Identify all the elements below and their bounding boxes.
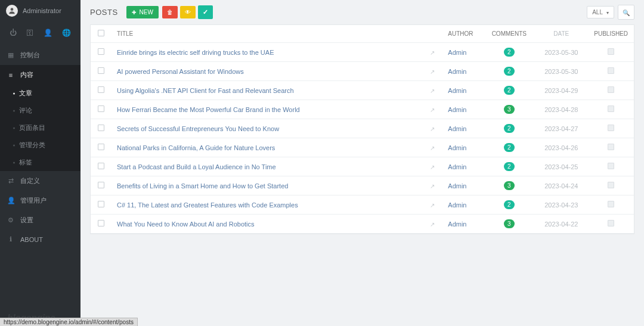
col-date-header[interactable]: DATE <box>534 25 588 43</box>
row-checkbox[interactable] <box>98 163 104 169</box>
author-link[interactable]: Admin <box>448 221 466 228</box>
key-icon[interactable]: ⚿ <box>26 29 33 37</box>
sidebar-item-label: 内容 <box>20 70 33 79</box>
comments-badge[interactable]: 2 <box>504 200 515 209</box>
post-title-link[interactable]: National Parks in California, A Guide fo… <box>117 144 275 151</box>
published-checkbox <box>608 105 614 112</box>
filter-dropdown[interactable]: ALL <box>587 6 614 18</box>
power-icon[interactable]: ⏻ <box>10 29 17 37</box>
post-title-link[interactable]: Start a Podcast and Build a Loyal Audien… <box>117 163 276 170</box>
external-link-icon[interactable] <box>430 182 435 190</box>
row-checkbox[interactable] <box>98 105 104 112</box>
row-checkbox[interactable] <box>98 67 104 74</box>
post-date: 2023-04-23 <box>534 195 588 215</box>
filter-group: ALL <box>587 5 634 20</box>
sidebar-subitem[interactable]: 评论 <box>0 102 80 119</box>
author-link[interactable]: Admin <box>448 125 466 132</box>
sidebar-subitem[interactable]: 标签 <box>0 154 80 171</box>
sidebar-subitem[interactable]: 文章 <box>0 85 80 102</box>
post-title-link[interactable]: Secrets of Successful Entrepreneurs You … <box>117 125 279 132</box>
row-checkbox[interactable] <box>98 125 104 131</box>
sidebar-item[interactable]: ≡内容 <box>0 65 80 85</box>
author-link[interactable]: Admin <box>448 106 466 113</box>
svg-point-0 <box>11 8 14 11</box>
published-checkbox <box>608 125 614 131</box>
row-checkbox[interactable] <box>98 144 104 150</box>
published-checkbox <box>608 48 614 55</box>
published-checkbox <box>608 144 614 150</box>
sidebar-submenu: 文章评论页面条目管理分类标签 <box>0 85 80 171</box>
page-title: POSTS <box>90 8 118 17</box>
external-link-icon[interactable] <box>430 221 435 228</box>
sidebar-subitem[interactable]: 页面条目 <box>0 119 80 136</box>
external-link-icon[interactable] <box>430 144 435 151</box>
chevron-down-icon <box>606 9 609 15</box>
avatar <box>6 5 18 17</box>
sidebar: Administrator ⏻ ⚿ 👤 🌐 ▦控制台≡内容文章评论页面条目管理分… <box>0 0 80 326</box>
post-date: 2023-05-30 <box>534 62 588 81</box>
delete-button[interactable] <box>162 6 178 18</box>
table-row: Secrets of Successful Entrepreneurs You … <box>91 119 634 138</box>
col-published-header[interactable]: PUBLISHED <box>588 25 634 43</box>
post-date: 2023-04-25 <box>534 157 588 176</box>
post-title-link[interactable]: What You Need to Know About AI and Robot… <box>117 221 255 228</box>
external-link-icon[interactable] <box>430 201 435 209</box>
author-link[interactable]: Admin <box>448 201 466 209</box>
external-link-icon[interactable] <box>430 49 435 56</box>
author-link[interactable]: Admin <box>448 49 466 56</box>
table-row: How Ferrari Became the Most Powerful Car… <box>91 100 634 119</box>
row-checkbox[interactable] <box>98 86 104 93</box>
comments-badge[interactable]: 2 <box>504 162 515 171</box>
user-icon[interactable]: 👤 <box>44 29 52 37</box>
row-checkbox[interactable] <box>98 182 104 188</box>
eye-icon <box>185 9 191 15</box>
approve-button[interactable] <box>198 5 213 19</box>
post-title-link[interactable]: How Ferrari Became the Most Powerful Car… <box>117 106 300 113</box>
sidebar-item[interactable]: ⇄自定义 <box>0 171 80 191</box>
comments-badge[interactable]: 2 <box>504 48 515 57</box>
sidebar-item[interactable]: ℹABOUT <box>0 230 80 249</box>
select-all-checkbox[interactable] <box>98 30 104 36</box>
external-link-icon[interactable] <box>430 87 435 94</box>
comments-badge[interactable]: 3 <box>504 105 515 114</box>
search-button[interactable] <box>618 5 634 20</box>
comments-badge[interactable]: 2 <box>504 67 515 76</box>
row-checkbox[interactable] <box>98 220 104 226</box>
posts-table: TITLE AUTHOR COMMENTS DATE PUBLISHED Ein… <box>91 25 634 234</box>
comments-badge[interactable]: 3 <box>504 181 515 190</box>
comments-badge[interactable]: 3 <box>504 219 515 228</box>
author-link[interactable]: Admin <box>448 68 466 75</box>
comments-badge[interactable]: 2 <box>504 124 515 133</box>
external-link-icon[interactable] <box>430 106 435 113</box>
sidebar-subitem[interactable]: 管理分类 <box>0 136 80 154</box>
external-link-icon[interactable] <box>430 163 435 170</box>
sidebar-item[interactable]: ▦控制台 <box>0 45 80 65</box>
published-checkbox <box>608 163 614 169</box>
row-checkbox[interactable] <box>98 201 104 207</box>
sidebar-user[interactable]: Administrator <box>0 0 80 21</box>
globe-icon[interactable]: 🌐 <box>62 29 71 37</box>
post-title-link[interactable]: Using Algolia's .NET API Client for Fast… <box>117 87 294 94</box>
users-icon: 👤 <box>7 197 14 204</box>
new-button[interactable]: NEW <box>126 6 159 18</box>
external-link-icon[interactable] <box>430 68 435 75</box>
col-author-header[interactable]: AUTHOR <box>442 25 484 43</box>
author-link[interactable]: Admin <box>448 144 466 151</box>
col-comments-header[interactable]: COMMENTS <box>484 25 534 43</box>
author-link[interactable]: Admin <box>448 182 466 190</box>
sidebar-item[interactable]: ⚙设置 <box>0 210 80 230</box>
col-title-header[interactable]: TITLE <box>111 25 442 43</box>
author-link[interactable]: Admin <box>448 163 466 170</box>
comments-badge[interactable]: 2 <box>504 86 515 95</box>
comments-badge[interactable]: 2 <box>504 143 515 152</box>
post-title-link[interactable]: Einride brings its electric self driving… <box>117 49 274 56</box>
sidebar-item[interactable]: 👤管理用户 <box>0 191 80 210</box>
post-title-link[interactable]: AI powered Personal Assistant for Window… <box>117 68 244 75</box>
post-title-link[interactable]: C# 11, The Latest and Greatest Features … <box>117 201 298 209</box>
post-title-link[interactable]: Benefits of Living in a Smart Home and H… <box>117 182 288 190</box>
table-row: AI powered Personal Assistant for Window… <box>91 62 634 81</box>
external-link-icon[interactable] <box>430 125 435 132</box>
author-link[interactable]: Admin <box>448 87 466 94</box>
row-checkbox[interactable] <box>98 48 104 55</box>
publish-button[interactable] <box>180 6 196 18</box>
